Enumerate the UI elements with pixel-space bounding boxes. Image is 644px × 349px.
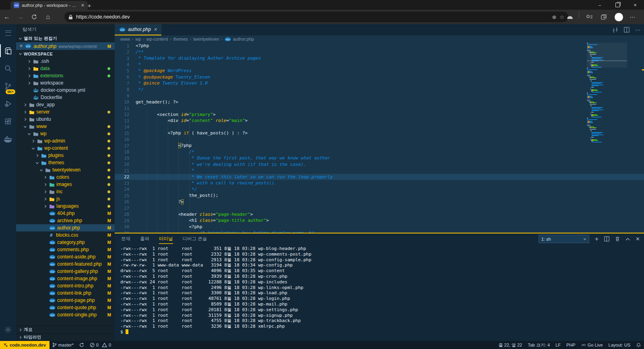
code-line[interactable]: 13 <div id="content" role="main">	[115, 118, 644, 124]
back-button[interactable]: ←	[0, 11, 14, 23]
breadcrumb-item[interactable]: www	[120, 37, 130, 41]
editor-tab-close-icon[interactable]: ✕	[153, 27, 157, 32]
tree-item-languages[interactable]: languages	[16, 202, 115, 210]
status-go-live[interactable]: Go Live	[578, 341, 606, 349]
code-line[interactable]: 30 <?php	[115, 224, 644, 230]
code-line[interactable]: 29 <h1 class="page-title author">	[115, 217, 644, 224]
code-editor[interactable]: 1<?php2/**3 * Template for displaying Au…	[115, 43, 644, 233]
new-terminal-button[interactable]: +	[595, 235, 599, 243]
window-close-button[interactable]: ×	[626, 0, 644, 10]
code-line[interactable]: 31 /* translators: %s: Author display na…	[115, 230, 644, 233]
browser-tab[interactable]: </> author.php - workspace - Code ✕	[10, 1, 88, 10]
tree-item--ssh[interactable]: .ssh	[16, 58, 115, 65]
refresh-button[interactable]	[27, 11, 41, 23]
problems-indicator[interactable]: 0 0	[87, 341, 114, 349]
explorer-view-button[interactable]	[0, 42, 16, 60]
tree-item-inc[interactable]: inc	[16, 188, 115, 195]
close-panel-button[interactable]: ✕	[636, 236, 640, 242]
tree-item-ubuntu[interactable]: ubuntu	[16, 116, 115, 123]
tree-item-docker-compose-yml[interactable]: docker-compose.yml	[16, 87, 115, 94]
code-line[interactable]: 2/**	[115, 49, 644, 56]
panel-tab-active[interactable]: 터미널	[159, 233, 173, 244]
favorites-bar-icon[interactable]	[584, 12, 595, 22]
status-tab-4[interactable]: Tab 크기: 4	[525, 341, 553, 349]
code-line[interactable]: 12 <section id="primary">	[115, 112, 644, 118]
tree-item-content-intro-php[interactable]: phpcontent-intro.phpM	[16, 282, 115, 289]
code-line[interactable]: 15 <?php if ( have_posts() ) : ?>	[115, 130, 644, 136]
breadcrumb-item[interactable]: wp	[135, 37, 141, 41]
split-terminal-button[interactable]	[604, 236, 609, 242]
notifications-bell-button[interactable]	[633, 341, 644, 349]
tree-item-content-featured-php[interactable]: phpcontent-featured.phpM	[16, 260, 115, 268]
breadcrumb-item[interactable]: twentyeleven	[193, 37, 219, 41]
add-favorite-icon[interactable]: ☆	[559, 14, 564, 20]
tree-item-dockerfile[interactable]: Dockerfile	[16, 94, 115, 101]
code-line[interactable]: 24 */	[115, 186, 644, 193]
terminal[interactable]: -rwx---rwx 1 root root 351 8월 18 03:28 w…	[115, 244, 644, 335]
split-editor-icon[interactable]	[624, 27, 630, 33]
tree-item-js[interactable]: js	[16, 195, 115, 202]
breadcrumb-item[interactable]: author.php	[233, 37, 254, 41]
new-tab-button[interactable]: +	[85, 1, 93, 9]
tree-item-www[interactable]: www	[16, 123, 115, 130]
extension-icon[interactable]	[564, 12, 576, 22]
outline-section-header[interactable]: 개요	[16, 326, 115, 333]
code-line[interactable]: 20 * we're dealing with (if that is the …	[115, 161, 644, 168]
code-line[interactable]: 27	[115, 205, 644, 211]
code-line[interactable]: 5 * @package WordPress	[115, 68, 644, 74]
profile-avatar[interactable]	[613, 12, 625, 22]
breadcrumb-item[interactable]: wp-content	[147, 37, 168, 41]
forward-button[interactable]: →	[14, 11, 27, 23]
tree-item-blocks-css[interactable]: #blocks.cssM	[16, 231, 115, 239]
code-line[interactable]: 16	[115, 136, 644, 143]
code-line[interactable]: 23 * with a call to rewind_posts().	[115, 180, 644, 186]
open-editor-item[interactable]: ✕phpauthor.phpwww/wp/wp-content/the...M	[16, 42, 115, 50]
tree-item-colors[interactable]: colors	[16, 173, 115, 181]
address-bar[interactable]: https://code.needon.dev ⊕ ☆	[64, 12, 568, 22]
breadcrumb[interactable]: www›wp›wp-content›themes›twentyeleven›ph…	[115, 35, 644, 43]
tree-item-workspace[interactable]: workspace	[16, 79, 115, 87]
tree-item-category-php[interactable]: phpcategory.phpM	[16, 239, 115, 246]
open-changes-icon[interactable]	[612, 27, 618, 33]
tracking-prevention-icon[interactable]: ⊕	[552, 14, 556, 20]
tree-item-content-link-php[interactable]: phpcontent-link.phpM	[16, 289, 115, 297]
code-line[interactable]: 3 * Template for displaying Author Archi…	[115, 55, 644, 62]
tree-item-server[interactable]: server	[16, 108, 115, 116]
tree-item-content-single-php[interactable]: phpcontent-single.phpM	[16, 311, 115, 318]
tree-item-wp-content[interactable]: wp-content	[16, 145, 115, 152]
tree-item-content-quote-php[interactable]: phpcontent-quote.phpM	[16, 304, 115, 311]
tree-item-extensions[interactable]: extensions	[16, 72, 115, 79]
source-control-view-button[interactable]: 5K+	[0, 77, 16, 95]
window-minimize-button[interactable]: –	[591, 0, 609, 10]
code-line[interactable]: 17 <?php	[115, 142, 644, 149]
home-button[interactable]: ⌂	[41, 11, 55, 23]
editor-tab-author-php[interactable]: php author.php ✕	[115, 24, 161, 35]
tree-item-images[interactable]: images	[16, 181, 115, 188]
code-line[interactable]: 8 */	[115, 87, 644, 93]
panel-tab-item[interactable]: 문제	[121, 233, 130, 244]
terminal-selector-dropdown[interactable]: 1: sh	[539, 235, 589, 243]
status-php[interactable]: PHP	[564, 341, 578, 349]
panel-tab-item[interactable]: 디버그 콘솔	[183, 233, 207, 244]
tree-item-archive-php[interactable]: phparchive.phpM	[16, 217, 115, 224]
code-line[interactable]: 6 * @subpackage Twenty_Eleven	[115, 74, 644, 81]
kill-terminal-button[interactable]	[615, 236, 620, 242]
maximize-panel-button[interactable]	[625, 237, 630, 241]
window-restore-button[interactable]	[609, 0, 626, 10]
code-line[interactable]: 26 ?>	[115, 199, 644, 205]
run-debug-view-button[interactable]	[0, 95, 16, 113]
code-line[interactable]: 1<?php	[115, 43, 644, 49]
status-lf[interactable]: LF	[553, 341, 564, 349]
tree-item-comments-php[interactable]: phpcomments.phpM	[16, 246, 115, 253]
code-line[interactable]: 14	[115, 124, 644, 130]
collections-icon[interactable]	[598, 12, 609, 22]
tree-item-404-php[interactable]: php404.phpM	[16, 210, 115, 217]
tree-item-dev-app[interactable]: dev_app	[16, 101, 115, 108]
more-actions-icon[interactable]: ⋯	[635, 27, 641, 33]
code-line[interactable]: 18 /*	[115, 149, 644, 155]
tree-item-author-php[interactable]: phpauthor.phpM	[16, 224, 115, 231]
tree-item-content-gallery-php[interactable]: phpcontent-gallery.phpM	[16, 268, 115, 275]
code-line[interactable]: 11	[115, 105, 644, 112]
status-layout-us[interactable]: Layout: US	[606, 341, 633, 349]
status--22-22[interactable]: 줄 22, 열 22	[495, 341, 525, 349]
